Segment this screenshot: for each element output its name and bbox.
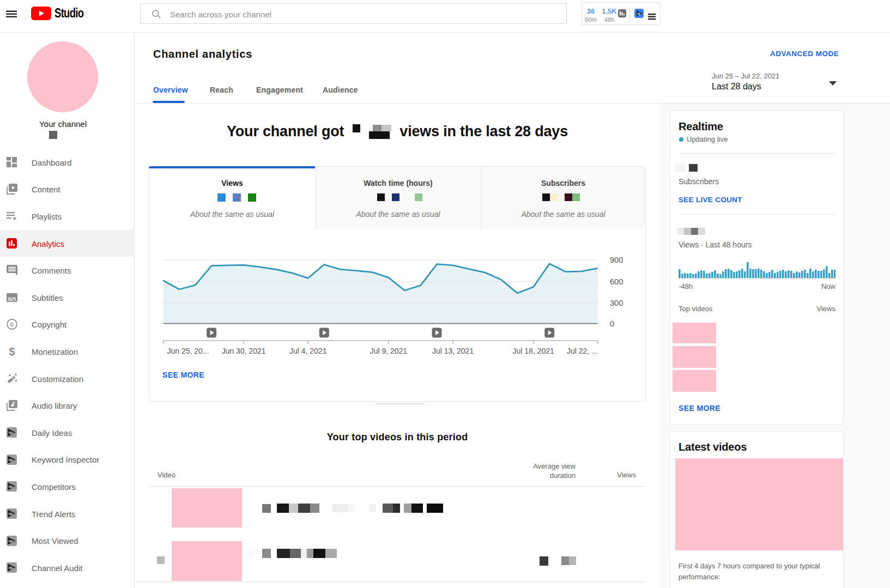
svg-text:0: 0: [610, 319, 614, 328]
svg-text:IQ+: IQ+: [9, 566, 14, 569]
svg-text:c: c: [10, 321, 14, 329]
svg-text:600: 600: [610, 277, 623, 286]
svg-text:Jul 9, 2021: Jul 9, 2021: [370, 347, 408, 355]
svg-text:Jul 18, 2021: Jul 18, 2021: [513, 347, 554, 355]
svg-text:IQ+: IQ+: [9, 485, 14, 488]
svg-text:Jun 30, 2021: Jun 30, 2021: [222, 347, 266, 355]
svg-text:Jul 4, 2021: Jul 4, 2021: [289, 347, 327, 355]
svg-text:IQ+: IQ+: [9, 539, 14, 542]
svg-text:IQ: IQ: [637, 12, 640, 15]
svg-text:IQ+: IQ+: [9, 512, 14, 516]
svg-text:Jun 25, 20...: Jun 25, 20...: [167, 347, 209, 355]
svg-text:$: $: [9, 345, 15, 357]
svg-text:IQ+: IQ+: [9, 458, 14, 462]
svg-text:900: 900: [610, 256, 623, 264]
svg-text:IQ+: IQ+: [9, 431, 14, 434]
svg-text:300: 300: [610, 299, 623, 307]
svg-text:Jul 13, 2021: Jul 13, 2021: [432, 347, 474, 355]
svg-text:Jul 22, ...: Jul 22, ...: [567, 347, 598, 355]
